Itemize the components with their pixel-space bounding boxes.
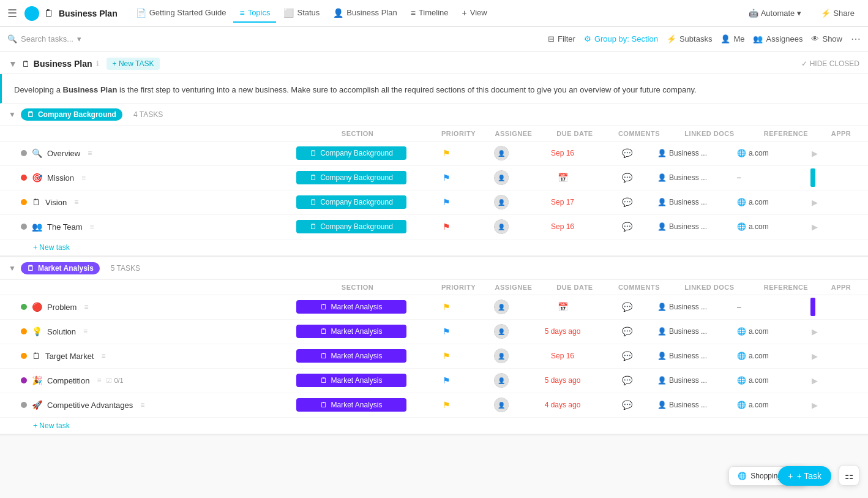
new-task-row-cb[interactable]: + New task xyxy=(0,240,868,256)
comment-overview[interactable]: 💬 xyxy=(596,148,657,158)
scroll-btn-solution[interactable]: ▶ xyxy=(810,327,819,336)
section-badge-team[interactable]: 🗒 Company Background xyxy=(296,220,406,233)
reference-overview[interactable]: 🌐 a.com xyxy=(737,149,810,157)
linked-doc-solution[interactable]: 👤 Business ... xyxy=(657,327,737,336)
reference-competition[interactable]: 🌐 a.com xyxy=(737,376,810,385)
show-button[interactable]: 👁 Show xyxy=(811,34,842,43)
subtasks-button[interactable]: ⚡ Subtasks xyxy=(667,34,712,43)
comment-solution[interactable]: 💬 xyxy=(596,326,657,336)
scroll-btn-ca[interactable]: ▶ xyxy=(810,401,819,410)
task-name-ca[interactable]: Competitive Advantages xyxy=(47,401,133,410)
comment-team[interactable]: 💬 xyxy=(596,222,657,232)
comment-target[interactable]: 💬 xyxy=(596,351,657,361)
drag-handle-problem[interactable]: ≡ xyxy=(84,303,88,311)
reference-team[interactable]: 🌐 a.com xyxy=(737,222,810,231)
collapse-market-analysis[interactable]: ▼ xyxy=(9,264,16,273)
comment-vision[interactable]: 💬 xyxy=(596,197,657,207)
linked-doc-vision[interactable]: 👤 Business ... xyxy=(657,198,737,206)
tab-topics[interactable]: ≡ Topics xyxy=(233,4,276,23)
section-badge-mission[interactable]: 🗒 Company Background xyxy=(296,171,406,184)
tab-getting-started[interactable]: 📄 Getting Started Guide xyxy=(130,4,233,23)
task-name-problem[interactable]: Problem xyxy=(47,303,77,312)
more-options-icon[interactable]: ⋯ xyxy=(851,33,861,45)
assignee-ca[interactable]: 👤 xyxy=(474,398,529,412)
linked-doc-ca[interactable]: 👤 Business ... xyxy=(657,401,737,409)
drag-handle-competition[interactable]: ≡ xyxy=(97,376,101,385)
drag-handle-vision[interactable]: ≡ xyxy=(74,198,78,206)
drag-handle-ca[interactable]: ≡ xyxy=(140,401,144,409)
tab-view[interactable]: + View xyxy=(456,4,493,23)
linked-doc-mission[interactable]: 👤 Business ... xyxy=(657,173,737,182)
section-badge-competition[interactable]: 🗒 Market Analysis xyxy=(296,374,406,387)
automate-button[interactable]: 🤖 Automate ▾ xyxy=(743,6,808,21)
drag-handle-mission[interactable]: ≡ xyxy=(81,173,86,182)
linked-doc-team[interactable]: 👤 Business ... xyxy=(657,222,737,231)
assignee-mission[interactable]: 👤 xyxy=(474,170,529,185)
scroll-btn-mission[interactable] xyxy=(810,168,815,187)
assignee-overview[interactable]: 👤 xyxy=(474,146,529,160)
scroll-btn-overview[interactable]: ▶ xyxy=(810,149,819,158)
section-badge-solution[interactable]: 🗒 Market Analysis xyxy=(296,325,406,338)
assignee-competition[interactable]: 👤 xyxy=(474,373,529,388)
linked-doc-overview[interactable]: 👤 Business ... xyxy=(657,149,737,157)
linked-doc-target[interactable]: 👤 Business ... xyxy=(657,352,737,360)
reference-ca[interactable]: 🌐 a.com xyxy=(737,401,810,409)
comment-ca[interactable]: 💬 xyxy=(596,400,657,410)
scroll-btn-team[interactable]: ▶ xyxy=(810,222,819,232)
scroll-btn-vision[interactable]: ▶ xyxy=(810,198,819,207)
priority-competition[interactable]: ⚑ xyxy=(419,375,474,385)
collapse-business-plan[interactable]: ▼ xyxy=(9,59,17,69)
drag-handle-solution[interactable]: ≡ xyxy=(83,327,88,336)
task-name-vision[interactable]: Vision xyxy=(45,198,67,207)
drag-handle-team[interactable]: ≡ xyxy=(90,222,94,231)
tab-business-plan[interactable]: 👤 Business Plan xyxy=(327,4,403,23)
priority-team[interactable]: ⚑ xyxy=(419,222,474,232)
assignee-vision[interactable]: 👤 xyxy=(474,195,529,209)
task-name-team[interactable]: The Team xyxy=(47,222,83,232)
comment-problem[interactable]: 💬 xyxy=(596,302,657,312)
priority-solution[interactable]: ⚑ xyxy=(419,326,474,336)
assignee-solution[interactable]: 👤 xyxy=(474,324,529,339)
assignee-problem[interactable]: 👤 xyxy=(474,300,529,314)
linked-doc-competition[interactable]: 👤 Business ... xyxy=(657,376,737,385)
task-name-mission[interactable]: Mission xyxy=(47,173,74,183)
task-name-competition[interactable]: Competition xyxy=(47,376,89,385)
task-name-solution[interactable]: Solution xyxy=(47,327,76,336)
tab-status[interactable]: ⬜ Status xyxy=(277,4,326,23)
comment-mission[interactable]: 💬 xyxy=(596,173,657,183)
reference-solution[interactable]: 🌐 a.com xyxy=(737,327,810,336)
drag-handle-target[interactable]: ≡ xyxy=(101,352,105,360)
group-by-button[interactable]: ⚙ Group by: Section xyxy=(584,34,658,43)
priority-vision[interactable]: ⚑ xyxy=(419,197,474,207)
task-name-overview[interactable]: Overview xyxy=(47,149,80,158)
search-box[interactable]: 🔍 Search tasks... ▾ xyxy=(7,34,81,43)
me-button[interactable]: 👤 Me xyxy=(720,34,744,43)
company-background-tag[interactable]: 🗒 Company Background xyxy=(21,108,122,121)
tab-timeline[interactable]: ≡ Timeline xyxy=(405,4,455,23)
scroll-btn-problem[interactable] xyxy=(810,298,815,316)
section-badge-ca[interactable]: 🗒 Market Analysis xyxy=(296,398,406,412)
grid-dots-button[interactable]: ⚏ xyxy=(839,465,859,486)
priority-overview[interactable]: ⚑ xyxy=(419,148,474,158)
linked-doc-problem[interactable]: 👤 Business ... xyxy=(657,303,737,311)
reference-target[interactable]: 🌐 a.com xyxy=(737,352,810,360)
collapse-company-background[interactable]: ▼ xyxy=(9,110,16,119)
assignee-team[interactable]: 👤 xyxy=(474,219,529,234)
section-badge-target[interactable]: 🗒 Market Analysis xyxy=(296,349,406,363)
priority-ca[interactable]: ⚑ xyxy=(419,400,474,410)
priority-target[interactable]: ⚑ xyxy=(419,351,474,361)
filter-button[interactable]: ⊟ Filter xyxy=(548,34,575,43)
scroll-btn-target[interactable]: ▶ xyxy=(810,352,819,361)
section-badge-overview[interactable]: 🗒 Company Background xyxy=(296,146,406,160)
assignee-target[interactable]: 👤 xyxy=(474,349,529,363)
task-name-target[interactable]: Target Market xyxy=(45,352,94,361)
share-button[interactable]: ⚡ Share xyxy=(815,6,861,21)
drag-handle-overview[interactable]: ≡ xyxy=(88,149,92,157)
priority-problem[interactable]: ⚑ xyxy=(419,302,474,312)
priority-mission[interactable]: ⚑ xyxy=(419,173,474,183)
new-task-button[interactable]: + New TASK xyxy=(107,58,160,70)
hide-closed-button[interactable]: ✓ HIDE CLOSED xyxy=(801,59,859,68)
new-task-row-ma[interactable]: + New task xyxy=(0,418,868,434)
scroll-btn-competition[interactable]: ▶ xyxy=(810,376,819,385)
comment-competition[interactable]: 💬 xyxy=(596,375,657,385)
